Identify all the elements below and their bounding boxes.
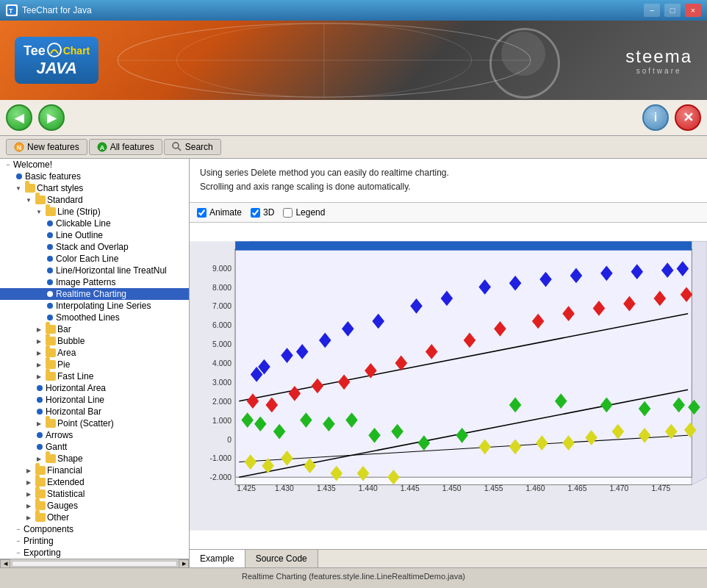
bullet-icon	[47, 244, 53, 250]
close-button[interactable]: ✕	[675, 104, 701, 131]
sidebar-item-exporting[interactable]: −Exporting	[0, 547, 189, 559]
steema-name: steema	[625, 46, 692, 67]
sidebar-item-clickable-line[interactable]: Clickable Line	[0, 218, 189, 229]
bullet-icon	[16, 173, 22, 179]
sidebar-item-label: Interpolating Line Series	[56, 301, 151, 311]
sidebar-item-shape[interactable]: ▶Shape	[0, 453, 189, 465]
sidebar-item-chart-styles[interactable]: ▼Chart styles	[0, 182, 189, 194]
sidebar-item-image-patterns[interactable]: Image Patterns	[0, 276, 189, 288]
folder-icon	[25, 184, 35, 193]
title-bar: T TeeChart for Java − □ ×	[0, 0, 707, 21]
sidebar-item-bubble[interactable]: ▶Bubble	[0, 335, 189, 347]
sidebar-item-gantt[interactable]: Gantt	[0, 441, 189, 453]
sidebar-item-other[interactable]: ▶Other	[0, 512, 189, 523]
sidebar-item-fast-line[interactable]: ▶Fast Line	[0, 370, 189, 382]
sidebar-item-bar[interactable]: ▶Bar	[0, 323, 189, 335]
bullet-icon	[47, 232, 53, 238]
legend-checkbox-label[interactable]: Legend	[283, 207, 325, 218]
toolbar: ◀ ▶ i ✕	[0, 100, 707, 136]
sidebar-item-label: Printing	[24, 536, 54, 546]
sidebar-item-color-each-line[interactable]: Color Each Line	[0, 253, 189, 265]
new-features-icon: N	[14, 142, 24, 152]
sidebar-item-horizontal-bar[interactable]: Horizontal Bar	[0, 406, 189, 417]
svg-text:6.000: 6.000	[212, 321, 232, 329]
desc-line2: Scrolling and axis range scaling is done…	[200, 180, 697, 194]
sidebar-item-line-outline[interactable]: Line Outline	[0, 229, 189, 241]
expand-icon: ▼	[34, 207, 44, 217]
chart-controls: Animate 3D Legend	[190, 203, 707, 223]
new-features-label: New features	[27, 142, 79, 152]
svg-text:T: T	[9, 7, 13, 15]
sidebar-item-label: Bubble	[57, 336, 85, 346]
svg-text:A: A	[99, 144, 104, 151]
scroll-right-button[interactable]: ▶	[179, 559, 189, 568]
sidebar-item-arrows[interactable]: Arrows	[0, 429, 189, 441]
sidebar-item-label: Bar	[57, 324, 71, 334]
sidebar-item-financial[interactable]: ▶Financial	[0, 465, 189, 476]
window-close-button[interactable]: ×	[685, 4, 701, 17]
svg-text:1.425: 1.425	[237, 484, 256, 492]
tab-example[interactable]: Example	[190, 550, 245, 567]
sidebar-item-label: Pie	[57, 359, 70, 370]
svg-text:1.470: 1.470	[609, 484, 628, 492]
sidebar-item-point-scatter[interactable]: ▶Point (Scatter)	[0, 417, 189, 429]
sidebar-item-area[interactable]: ▶Area	[0, 347, 189, 359]
maximize-button[interactable]: □	[664, 4, 681, 17]
expand-icon: ▼	[13, 183, 24, 193]
animate-checkbox-label[interactable]: Animate	[197, 207, 242, 218]
expand-icon: −	[13, 548, 24, 558]
sidebar-item-standard[interactable]: ▼Standard	[0, 194, 189, 206]
sidebar-item-horizontal-area[interactable]: Horizontal Area	[0, 382, 189, 394]
three-d-checkbox[interactable]	[251, 208, 260, 218]
sidebar-item-label: Point (Scatter)	[57, 418, 114, 429]
status-bar: Realtime Charting (features.style.line.L…	[0, 567, 707, 584]
sidebar-item-welcome[interactable]: −Welcome!	[0, 159, 189, 171]
folder-icon	[46, 337, 56, 345]
sidebar-item-label: Extended	[47, 477, 85, 487]
sidebar-item-label: Arrows	[46, 430, 73, 440]
minimize-button[interactable]: −	[644, 4, 660, 17]
search-tab[interactable]: Search	[164, 139, 221, 155]
sidebar-item-label: Fast Line	[57, 371, 93, 381]
sidebar-item-smoothed-lines[interactable]: Smoothed Lines	[0, 312, 189, 323]
steema-software: software	[625, 67, 692, 75]
three-d-checkbox-label[interactable]: 3D	[251, 207, 274, 218]
sidebar-item-label: Smoothed Lines	[56, 312, 120, 323]
sidebar-item-statistical[interactable]: ▶Statistical	[0, 488, 189, 500]
svg-text:N: N	[17, 144, 22, 151]
expand-icon: ▼	[24, 195, 34, 205]
sidebar-item-extended[interactable]: ▶Extended	[0, 476, 189, 488]
new-features-tab[interactable]: N New features	[6, 139, 87, 155]
bullet-icon	[37, 397, 43, 403]
scroll-left-button[interactable]: ◀	[0, 559, 10, 568]
sidebar-item-stack-overlap[interactable]: Stack and Overlap	[0, 241, 189, 253]
sidebar-item-label: Components	[24, 524, 73, 534]
content-tabs: Example Source Code	[190, 549, 707, 567]
sidebar-item-gauges[interactable]: ▶Gauges	[0, 500, 189, 512]
sidebar-item-realtime-charting[interactable]: Realtime Charting	[0, 288, 189, 300]
sidebar-item-interpolating-line[interactable]: Interpolating Line Series	[0, 300, 189, 312]
sidebar-item-line-horizontal[interactable]: Line/Horizontal line TreatNul	[0, 265, 189, 276]
bullet-icon	[47, 256, 53, 262]
sidebar-item-pie[interactable]: ▶Pie	[0, 359, 189, 370]
sidebar-item-printing[interactable]: −Printing	[0, 535, 189, 547]
sidebar-item-label: Clickable Line	[56, 218, 111, 229]
legend-label: Legend	[295, 207, 325, 218]
sidebar-item-components[interactable]: −Components	[0, 523, 189, 535]
tab-source-code[interactable]: Source Code	[245, 550, 318, 567]
sidebar-item-horizontal-line[interactable]: Horizontal Line	[0, 394, 189, 406]
back-button[interactable]: ◀	[6, 104, 32, 131]
legend-checkbox[interactable]	[283, 208, 293, 218]
three-d-label: 3D	[263, 207, 274, 218]
animate-checkbox[interactable]	[197, 208, 207, 218]
bullet-icon	[37, 432, 43, 438]
folder-icon	[46, 348, 56, 357]
sidebar-item-label: Basic features	[25, 171, 81, 182]
sidebar-item-line-strip[interactable]: ▼Line (Strip)	[0, 206, 189, 218]
svg-text:1.460: 1.460	[526, 484, 545, 492]
all-features-tab[interactable]: A All features	[89, 139, 162, 155]
info-button[interactable]: i	[642, 104, 669, 131]
svg-text:1.430: 1.430	[275, 484, 294, 492]
forward-button[interactable]: ▶	[38, 104, 65, 131]
logo-tee: Tee	[24, 43, 46, 59]
